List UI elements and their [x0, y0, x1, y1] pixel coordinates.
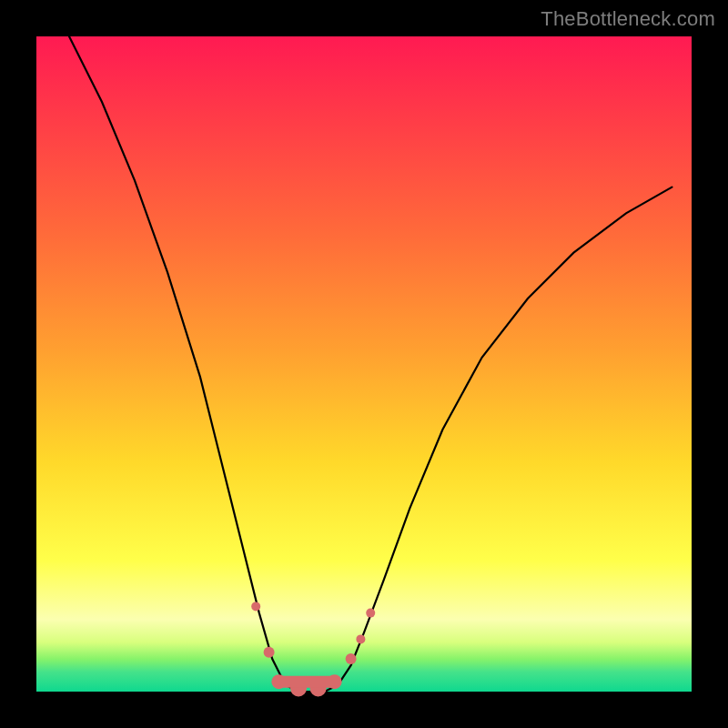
marker-point [251, 602, 260, 611]
marker-point [366, 609, 375, 618]
curve-layer [36, 36, 692, 692]
marker-point [346, 653, 357, 664]
plot-area [36, 36, 692, 692]
chart-frame: TheBottleneck.com [0, 0, 728, 728]
marker-point [356, 634, 365, 643]
marker-point [264, 647, 275, 658]
watermark-text: TheBottleneck.com [541, 7, 715, 31]
bottleneck-curve [69, 36, 672, 692]
